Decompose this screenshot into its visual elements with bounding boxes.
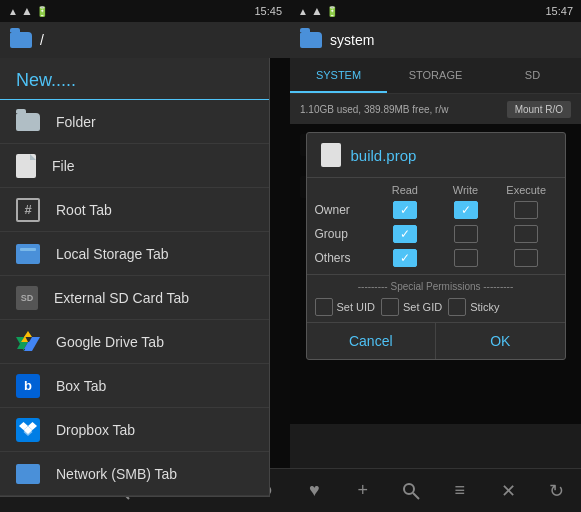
menu-item-dropbox[interactable]: Dropbox Tab — [0, 408, 269, 452]
folder-icon-sm — [10, 32, 32, 48]
sticky-label: Sticky — [470, 301, 499, 313]
sticky-item: Sticky — [448, 298, 499, 316]
group-read-checkbox[interactable]: ✓ — [393, 225, 417, 243]
right-add-button[interactable]: + — [345, 473, 381, 509]
menu-item-external-sd-label: External SD Card Tab — [54, 290, 189, 306]
network-icon — [16, 464, 40, 484]
perm-others-label: Others — [315, 251, 375, 265]
menu-item-google-drive[interactable]: Google Drive Tab — [0, 320, 269, 364]
svg-point-12 — [404, 484, 414, 494]
permissions-table: Read Write Execute Owner ✓ — [307, 178, 565, 274]
others-write-checkbox[interactable] — [454, 249, 478, 267]
group-write-checkbox[interactable] — [454, 225, 478, 243]
right-menu-button[interactable]: ≡ — [442, 473, 478, 509]
perm-row-owner: Owner ✓ ✓ — [315, 198, 557, 222]
menu-item-folder-label: Folder — [56, 114, 96, 130]
wifi-icon: ▲ — [21, 4, 33, 18]
left-panel: ▲ ▲ 🔋 15:45 / New..... Folder File # Roo… — [0, 0, 290, 512]
left-title: / — [40, 32, 44, 48]
others-read-checkbox[interactable]: ✓ — [393, 249, 417, 267]
modal-buttons: Cancel OK — [307, 322, 565, 359]
owner-write-checkbox[interactable]: ✓ — [454, 201, 478, 219]
right-refresh-button[interactable]: ↻ — [539, 473, 575, 509]
menu-item-box-label: Box Tab — [56, 378, 106, 394]
dropbox-icon — [16, 418, 40, 442]
perm-row-group: Group ✓ — [315, 222, 557, 246]
sticky-checkbox[interactable] — [448, 298, 466, 316]
tab-system[interactable]: SYSTEM — [290, 58, 387, 93]
special-permissions-row: Set UID Set GID Sticky — [315, 298, 557, 316]
perm-header-write: Write — [435, 184, 496, 196]
menu-item-file-label: File — [52, 158, 75, 174]
perm-row-others: Others ✓ — [315, 246, 557, 270]
menu-item-external-sd[interactable]: SD External SD Card Tab — [0, 276, 269, 320]
menu-item-network-smb[interactable]: Network (SMB) Tab — [0, 452, 269, 496]
modal-file-icon — [321, 143, 341, 167]
tab-sd[interactable]: SD — [484, 58, 581, 93]
perm-group-label: Group — [315, 227, 375, 241]
set-gid-item: Set GID — [381, 298, 442, 316]
svg-line-13 — [413, 493, 419, 499]
set-gid-checkbox[interactable] — [381, 298, 399, 316]
perm-owner-label: Owner — [315, 203, 375, 217]
right-signal-icon: ▲ — [298, 6, 308, 17]
cancel-button[interactable]: Cancel — [307, 323, 437, 359]
set-gid-label: Set GID — [403, 301, 442, 313]
tab-storage[interactable]: STORAGE — [387, 58, 484, 93]
sd-icon: SD — [16, 286, 38, 310]
tab-bar: SYSTEM STORAGE SD — [290, 58, 581, 94]
menu-item-dropbox-label: Dropbox Tab — [56, 422, 135, 438]
storage-info-bar: 1.10GB used, 389.89MB free, r/w Mount R/… — [290, 94, 581, 124]
right-wifi-icon: ▲ — [311, 4, 323, 18]
mount-button[interactable]: Mount R/O — [507, 101, 571, 118]
owner-execute-checkbox[interactable] — [514, 201, 538, 219]
permissions-modal: build.prop Read Write Execute Owner — [306, 132, 566, 360]
right-panel: ▲ ▲ 🔋 15:47 system SYSTEM STORAGE SD 1.1… — [290, 0, 581, 512]
owner-read-checkbox[interactable]: ✓ — [393, 201, 417, 219]
menu-item-box[interactable]: b Box Tab — [0, 364, 269, 408]
group-execute-checkbox[interactable] — [514, 225, 538, 243]
right-close-button[interactable]: ✕ — [490, 473, 526, 509]
right-favorite-button[interactable]: ♥ — [296, 473, 332, 509]
ok-button[interactable]: OK — [436, 323, 565, 359]
right-title-bar: system — [290, 22, 581, 58]
special-permissions-label: --------- Special Permissions --------- — [315, 281, 557, 292]
box-icon: b — [16, 374, 40, 398]
right-signal-icons: ▲ ▲ 🔋 — [298, 4, 338, 18]
drive-icon — [16, 331, 40, 352]
file-list: CSCVersion.txt 01 Aug 08 13:00:00 13 Byt… — [290, 124, 581, 468]
menu-item-folder[interactable]: Folder — [0, 100, 269, 144]
perm-header-execute: Execute — [496, 184, 557, 196]
storage-info-text: 1.10GB used, 389.89MB free, r/w — [300, 104, 448, 115]
left-status-bar: ▲ ▲ 🔋 15:45 — [0, 0, 290, 22]
signal-icon: ▲ — [8, 6, 18, 17]
others-execute-checkbox[interactable] — [514, 249, 538, 267]
right-battery-icon: 🔋 — [326, 6, 338, 17]
left-time: 15:45 — [254, 5, 282, 17]
others-read-checkmark: ✓ — [400, 252, 410, 264]
owner-read-checkmark: ✓ — [400, 204, 410, 216]
special-permissions-section: --------- Special Permissions --------- … — [307, 274, 565, 322]
dropdown-menu: New..... Folder File # Root Tab Local St… — [0, 58, 270, 497]
root-icon: # — [16, 198, 40, 222]
owner-write-checkmark: ✓ — [461, 204, 471, 216]
battery-icon: 🔋 — [36, 6, 48, 17]
right-search-button[interactable] — [393, 473, 429, 509]
perm-label-col-header — [315, 184, 375, 196]
modal-overlay: build.prop Read Write Execute Owner — [290, 124, 581, 424]
svg-marker-2 — [24, 331, 32, 337]
right-time: 15:47 — [545, 5, 573, 17]
perm-header-row: Read Write Execute — [315, 182, 557, 198]
right-folder-icon — [300, 32, 322, 48]
menu-item-file[interactable]: File — [0, 144, 269, 188]
menu-header: New..... — [0, 58, 269, 100]
set-uid-label: Set UID — [337, 301, 376, 313]
file-icon — [16, 154, 36, 178]
left-signal-icons: ▲ ▲ 🔋 — [8, 4, 48, 18]
menu-item-local-storage[interactable]: Local Storage Tab — [0, 232, 269, 276]
set-uid-item: Set UID — [315, 298, 376, 316]
right-title: system — [330, 32, 374, 48]
set-uid-checkbox[interactable] — [315, 298, 333, 316]
modal-title-row: build.prop — [307, 133, 565, 178]
menu-item-root[interactable]: # Root Tab — [0, 188, 269, 232]
